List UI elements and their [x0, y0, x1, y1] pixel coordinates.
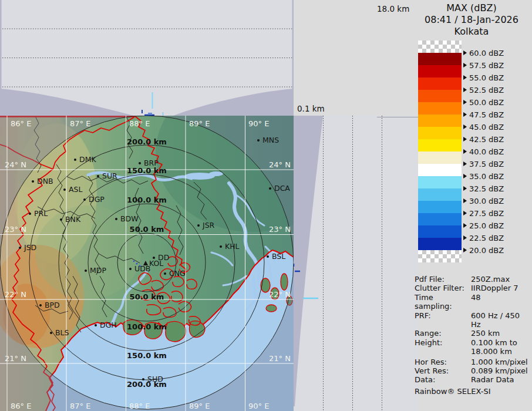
lat-label: 21° N	[269, 354, 291, 363]
meta-value: 600 Hz / 450 Hz	[471, 311, 531, 329]
height-axis-top-label: 18.0 km	[377, 4, 409, 14]
lon-label: 86° E	[11, 402, 31, 410]
station-name: Kolkata	[411, 26, 532, 38]
scale-tick-label: 57.5 dBZ	[469, 61, 504, 70]
scale-tick-label: 42.5 dBZ	[469, 135, 504, 144]
scale-tick: 22.5 dBZ	[463, 233, 504, 243]
scan-datetime: 08:41 / 18-Jan-2026	[411, 14, 532, 26]
meta-row: Data:Radar Data	[415, 375, 531, 384]
tick-arrow-icon	[463, 198, 467, 203]
meta-value: IIRDoppler 7	[471, 284, 518, 292]
tick-arrow-icon	[463, 149, 467, 154]
range-ring-label: 50.0 km	[130, 292, 164, 301]
scale-tick: 32.5 dBZ	[463, 183, 504, 194]
scale-tick: 42.5 dBZ	[463, 134, 504, 144]
color-swatch	[418, 102, 462, 114]
lon-label: 88° E	[129, 402, 150, 410]
tick-arrow-icon	[463, 112, 467, 117]
lat-label: 23° N	[5, 225, 26, 234]
tick-arrow-icon	[463, 75, 467, 80]
scale-tick: 45.0 dBZ	[463, 122, 504, 132]
color-swatch	[418, 164, 462, 176]
meta-row: Vert Res:0.089 km/pixel	[415, 366, 531, 375]
scan-metadata: Pdf File:250Z.max Clutter Filter:IIRDopp…	[415, 275, 531, 396]
scale-tick-label: 30.0 dBZ	[469, 197, 504, 206]
city-label: KHL	[225, 242, 240, 251]
range-ring-label: 150.0 km	[127, 351, 167, 360]
lon-label: 88° E	[129, 119, 150, 128]
city-label: BDW	[120, 214, 139, 223]
color-swatch	[418, 250, 462, 262]
city-label: ASL	[69, 185, 82, 194]
scale-tick: 35.0 dBZ	[463, 171, 504, 181]
scale-tick-label: 60.0 dBZ	[469, 49, 504, 58]
city-label: DCA	[274, 184, 290, 193]
meta-value: Radar Data	[471, 375, 514, 384]
city-label: JSD	[23, 243, 36, 252]
top-height-profile-panel	[0, 0, 294, 116]
meta-row: Time sampling:48	[415, 293, 531, 311]
meta-value: 48	[471, 293, 481, 311]
tick-arrow-icon	[463, 174, 467, 178]
scale-tick: 27.5 dBZ	[463, 208, 504, 218]
meta-label: Hor Res:	[415, 358, 471, 366]
meta-value: 0.100 km to 18.000 km	[471, 338, 517, 356]
color-swatch	[418, 41, 462, 53]
color-swatch	[418, 90, 462, 102]
meta-row: PRF:600 Hz / 450 Hz	[415, 311, 531, 329]
legend-header: MAX (dBZ) 08:41 / 18-Jan-2026 Kolkata	[411, 2, 532, 38]
city-label: DNB	[37, 177, 53, 186]
city-label: BPD	[45, 301, 60, 309]
color-swatch	[418, 188, 462, 201]
city-label: DGP	[89, 195, 105, 204]
scale-tick-label: 27.5 dBZ	[469, 209, 504, 218]
meta-label: Pdf File:	[415, 275, 471, 284]
radar-site-label: KOL	[149, 259, 163, 268]
tick-arrow-icon	[463, 211, 467, 215]
meta-value: 250Z.max	[471, 275, 510, 284]
scale-tick-label: 25.0 dBZ	[469, 221, 504, 230]
scale-tick: 25.0 dBZ	[463, 220, 504, 231]
lat-label: 22° N	[5, 290, 26, 299]
color-swatch	[418, 127, 462, 139]
lat-label: 24° N	[269, 160, 291, 169]
city-label: MDP	[90, 266, 106, 275]
meta-label: Vert Res:	[415, 366, 471, 375]
range-ring-label: 100.0 km	[127, 196, 167, 204]
city-label: BSL	[272, 252, 285, 261]
meta-label: PRF:	[415, 311, 471, 329]
color-swatch	[418, 225, 462, 238]
scale-tick: 60.0 dBZ	[463, 48, 504, 58]
lon-label: 89° E	[189, 402, 210, 410]
city-label: BRP	[144, 159, 159, 167]
city-label: MNS	[262, 136, 279, 144]
city-label: SUR	[102, 171, 117, 180]
scale-tick-label: 35.0 dBZ	[469, 172, 504, 181]
city-label: BNK	[65, 215, 81, 224]
color-swatch	[418, 65, 462, 78]
tick-arrow-icon	[463, 248, 467, 252]
scale-tick-label: 32.5 dBZ	[469, 184, 504, 193]
color-swatch	[418, 201, 462, 213]
tick-arrow-icon	[463, 223, 467, 228]
city-label: UDB	[134, 264, 150, 273]
range-ring-label: 50.0 km	[130, 225, 164, 234]
meta-row: Clutter Filter:IIRDoppler 7	[415, 284, 531, 292]
scale-tick: 30.0 dBZ	[463, 196, 504, 206]
city-label: PRL	[34, 209, 48, 218]
meta-value: 0.089 km/pixel	[471, 366, 528, 375]
tick-arrow-icon	[463, 63, 467, 68]
city-label: DGH	[100, 321, 117, 329]
lat-label: 22° N	[269, 290, 291, 299]
meta-label: Data:	[415, 375, 471, 384]
color-swatch	[418, 139, 462, 151]
scale-tick-label: 22.5 dBZ	[469, 234, 504, 242]
city-label: CNG	[169, 269, 186, 278]
meta-value: 250 km	[471, 329, 500, 338]
scale-tick-label: 20.0 dBZ	[469, 246, 504, 255]
meta-row: Pdf File:250Z.max	[415, 275, 531, 284]
city-label: BLS	[55, 328, 69, 337]
height-axis-origin-label: 0.1 km	[297, 104, 325, 113]
color-swatch	[418, 213, 462, 225]
meta-label: Time sampling:	[415, 293, 471, 311]
